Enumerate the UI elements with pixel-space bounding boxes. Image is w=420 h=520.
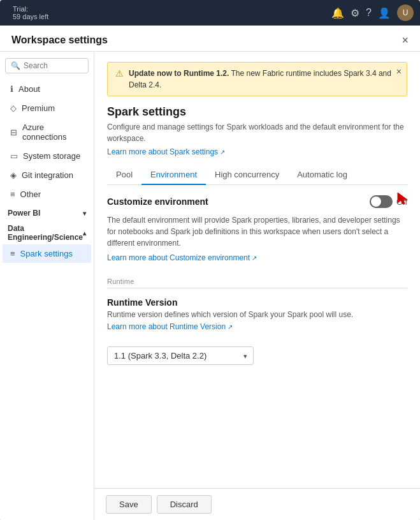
other-icon: ≡: [10, 189, 15, 199]
tab-high-concurrency[interactable]: High concurrency: [206, 165, 288, 185]
modal-header: Workspace settings ×: [0, 26, 420, 52]
modal-title: Workspace settings: [11, 34, 108, 46]
sidebar: 🔍 ℹ About ◇ Premium ⊟ Azure connections …: [0, 52, 94, 520]
search-icon: 🔍: [11, 61, 20, 70]
customize-env-label: Customize environment: [107, 197, 208, 207]
topbar: Trial: 59 days left 🔔 ⚙ ? 👤 U: [0, 0, 420, 26]
spark-learn-link[interactable]: Learn more about Spark settings ↗: [107, 147, 225, 156]
sidebar-section-label: Power BI: [8, 209, 40, 218]
banner-close-button[interactable]: ×: [396, 66, 402, 77]
runtime-version-learn-link[interactable]: Learn more about Runtime Version ↗: [107, 322, 233, 331]
warning-icon: ⚠: [115, 68, 124, 78]
modal-footer: Save Discard: [94, 488, 420, 520]
tab-automatic-log[interactable]: Automatic log: [288, 165, 356, 185]
help-icon[interactable]: ?: [366, 7, 372, 19]
info-icon: ℹ: [10, 84, 13, 94]
sidebar-item-other[interactable]: ≡ Other: [3, 185, 91, 204]
update-banner: ⚠ Update now to Runtime 1.2. The new Fab…: [107, 62, 407, 96]
gear-icon[interactable]: ⚙: [351, 7, 359, 19]
sidebar-section-data-engineering[interactable]: Data Engineering/Science ▴: [0, 219, 94, 244]
chevron-down-icon: ▾: [83, 210, 86, 217]
chevron-up-icon: ▴: [83, 230, 86, 237]
sidebar-item-system-storage[interactable]: ▭ System storage: [3, 147, 91, 165]
banner-text: Update now to Runtime 1.2. The new Fabri…: [129, 68, 399, 91]
person-icon[interactable]: 👤: [378, 7, 391, 19]
tab-environment[interactable]: Environment: [141, 165, 206, 185]
sidebar-item-label: Other: [20, 189, 41, 199]
workspace-settings-window: Trial: 59 days left 🔔 ⚙ ? 👤 U Workspace …: [0, 0, 420, 520]
trial-info: Trial: 59 days left: [13, 5, 48, 20]
storage-icon: ▭: [10, 151, 18, 161]
premium-icon: ◇: [10, 103, 17, 113]
toggle-knob: [371, 197, 381, 207]
toggle-right: Off: [370, 195, 407, 208]
sidebar-item-about[interactable]: ℹ About: [3, 80, 91, 98]
page-title: Spark settings: [107, 105, 407, 119]
azure-icon: ⊟: [10, 128, 17, 137]
page-description: Configure and manage settings for Spark …: [107, 121, 407, 144]
runtime-version-desc: Runtime version defines which version of…: [107, 310, 407, 319]
external-link-icon-3: ↗: [228, 323, 233, 331]
runtime-dropdown-wrapper: 1.1 (Spark 3.3, Delta 2.2)1.2 (Spark 3.4…: [107, 346, 254, 365]
runtime-version-title: Runtime Version: [107, 297, 407, 308]
git-icon: ◈: [10, 170, 17, 180]
spark-icon: ≡: [10, 249, 15, 258]
save-button[interactable]: Save: [106, 495, 152, 514]
toggle-area: [370, 195, 393, 208]
avatar[interactable]: U: [397, 4, 414, 21]
customize-env-row: Customize environment Off: [107, 195, 407, 208]
tabs: Pool Environment High concurrency Automa…: [107, 165, 407, 185]
search-input[interactable]: [24, 61, 83, 70]
modal-body: 🔍 ℹ About ◇ Premium ⊟ Azure connections …: [0, 52, 420, 520]
sidebar-item-spark-settings[interactable]: ≡ Spark settings: [3, 244, 91, 263]
external-link-icon: ↗: [220, 149, 225, 156]
sidebar-item-label: About: [18, 84, 40, 94]
sidebar-section-label: Data Engineering/Science: [8, 224, 83, 242]
main-content: ⚠ Update now to Runtime 1.2. The new Fab…: [94, 52, 420, 520]
sidebar-item-label: Spark settings: [20, 249, 73, 258]
customize-env-toggle[interactable]: [370, 195, 393, 208]
sidebar-item-label: Premium: [22, 103, 55, 113]
external-link-icon-2: ↗: [252, 255, 257, 262]
sidebar-item-git-integration[interactable]: ◈ Git integration: [3, 166, 91, 184]
sidebar-item-label: Git integration: [22, 170, 73, 180]
toggle-state-label: Off: [396, 197, 407, 207]
sidebar-item-azure-connections[interactable]: ⊟ Azure connections: [3, 118, 91, 146]
search-box[interactable]: 🔍: [5, 58, 89, 73]
discard-button[interactable]: Discard: [157, 495, 212, 514]
tab-pool[interactable]: Pool: [107, 165, 141, 185]
runtime-section-label: Runtime: [107, 278, 407, 288]
runtime-version-dropdown[interactable]: 1.1 (Spark 3.3, Delta 2.2)1.2 (Spark 3.4…: [107, 346, 254, 365]
customize-env-learn-link[interactable]: Learn more about Customize environment ↗: [107, 253, 257, 262]
sidebar-item-label: System storage: [23, 151, 80, 161]
content-area: ⚠ Update now to Runtime 1.2. The new Fab…: [94, 52, 420, 488]
sidebar-section-power-bi[interactable]: Power BI ▾: [0, 204, 94, 219]
close-button[interactable]: ×: [402, 34, 409, 46]
sidebar-item-premium[interactable]: ◇ Premium: [3, 99, 91, 117]
sidebar-item-label: Azure connections: [22, 123, 83, 142]
bell-icon[interactable]: 🔔: [331, 7, 344, 19]
customize-env-desc: The default environment will provide Spa…: [107, 214, 407, 249]
